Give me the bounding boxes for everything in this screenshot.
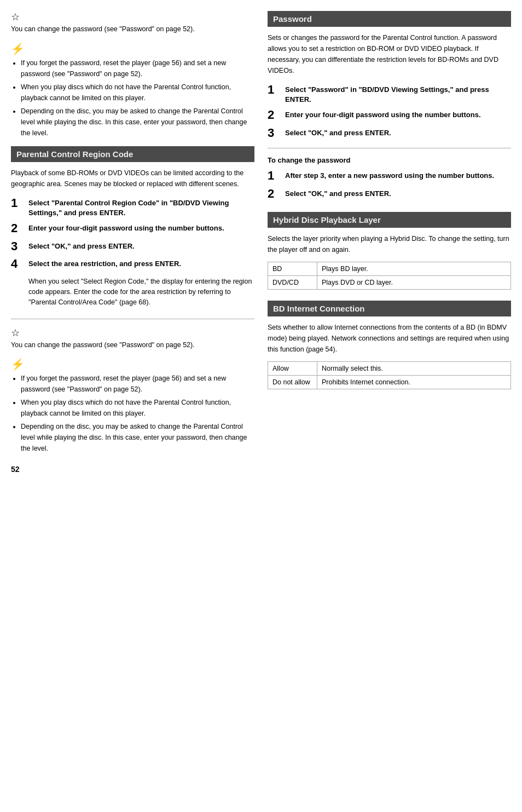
step-text-1: Select "Parental Control Region Code" in… [28,196,254,218]
hybrid-disc-table: BD Plays BD layer. DVD/CD Plays DVD or C… [268,262,511,290]
table-cell-bd-label: BD [268,262,317,275]
top-tip-icon: ☆ [11,11,254,23]
bottom-note-list: If you forget the password, reset the pl… [11,373,254,454]
parental-steps-list: 1 Select "Parental Control Region Code" … [11,196,254,272]
pw-step-text-2: Enter your four-digit password using the… [285,108,481,120]
pw-step-1: 1 Select "Password" in "BD/DVD Viewing S… [268,83,511,105]
bottom-tip-text: You can change the password (see "Passwo… [11,340,254,350]
table-cell-dvdcd-label: DVD/CD [268,275,317,289]
pw-step-text-1: Select "Password" in "BD/DVD Viewing Set… [285,83,511,105]
change-password-title: To change the password [268,156,511,164]
step-3: 3 Select "OK," and press ENTER. [11,239,254,254]
note-item: Depending on the disc, you may be asked … [21,106,254,139]
pw-step-2: 2 Enter your four-digit password using t… [268,108,511,122]
table-cell-allow-label: Allow [268,361,317,375]
parental-control-section: Parental Control Region Code Playback of… [11,146,254,308]
table-cell-allow-value: Normally select this. [317,361,511,375]
pw-step-num-1: 1 [268,83,283,97]
change-step-num-2: 2 [268,187,283,201]
pw-step-text-3: Select "OK," and press ENTER. [285,126,391,138]
bottom-tip-icon: ☆ [11,327,254,339]
bd-internet-section: BD Internet Connection Sets whether to a… [268,301,511,389]
step-text-3: Select "OK," and press ENTER. [28,239,135,251]
note-item: If you forget the password, reset the pl… [21,57,254,79]
top-note-icon: ⚡ [11,42,254,55]
password-header: Password [268,11,511,27]
right-column: Password Sets or changes the password fo… [268,11,511,474]
change-step-num-1: 1 [268,169,283,183]
bottom-note-icon: ⚡ [11,358,254,371]
table-cell-dvdcd-value: Plays DVD or CD layer. [317,275,511,289]
note-item: When you play discs which do not have th… [21,397,254,419]
parental-control-header: Parental Control Region Code [11,146,254,162]
password-steps-list: 1 Select "Password" in "BD/DVD Viewing S… [268,83,511,140]
change-step-text-1: After step 3, enter a new password using… [285,169,494,181]
table-cell-donotallow-value: Prohibits Internet connection. [317,375,511,389]
parental-control-intro: Playback of some BD-ROMs or DVD VIDEOs c… [11,168,254,189]
step-4-subtext: When you select "Select Region Code," th… [28,277,254,307]
table-row: BD Plays BD layer. [268,262,511,275]
step-num-3: 3 [11,239,26,254]
pw-step-num-2: 2 [268,108,283,122]
password-section: Password Sets or changes the password fo… [268,11,511,201]
hybrid-disc-intro: Selects the layer priority when playing … [268,233,511,255]
change-password-steps: 1 After step 3, enter a new password usi… [268,169,511,201]
table-row: Do not allow Prohibits Internet connecti… [268,375,511,389]
bd-internet-table: Allow Normally select this. Do not allow… [268,361,511,389]
note-item: When you play discs which do not have th… [21,82,254,103]
bd-internet-header: BD Internet Connection [268,301,511,316]
top-note-list: If you forget the password, reset the pl… [11,57,254,139]
step-num-1: 1 [11,196,26,210]
bd-internet-intro: Sets whether to allow Internet connectio… [268,322,511,355]
hybrid-disc-header: Hybrid Disc Playback Layer [268,212,511,228]
divider-2 [268,148,511,148]
divider-1 [11,319,254,319]
step-text-4: Select the area restriction, and press E… [28,257,181,269]
pw-step-num-3: 3 [268,126,283,140]
table-cell-donotallow-label: Do not allow [268,375,317,389]
change-step-1: 1 After step 3, enter a new password usi… [268,169,511,183]
step-4: 4 Select the area restriction, and press… [11,257,254,271]
note-item: If you forget the password, reset the pl… [21,373,254,395]
hybrid-disc-section: Hybrid Disc Playback Layer Selects the l… [268,212,511,290]
step-text-2: Enter your four-digit password using the… [28,221,224,233]
note-item: Depending on the disc, you may be asked … [21,421,254,454]
step-1: 1 Select "Parental Control Region Code" … [11,196,254,218]
table-row: DVD/CD Plays DVD or CD layer. [268,275,511,289]
step-2: 2 Enter your four-digit password using t… [11,221,254,235]
left-column: ☆ You can change the password (see "Pass… [11,11,254,474]
top-tip-text: You can change the password (see "Passwo… [11,24,254,34]
change-step-text-2: Select "OK," and press ENTER. [285,187,391,199]
change-step-2: 2 Select "OK," and press ENTER. [268,187,511,201]
table-row: Allow Normally select this. [268,361,511,375]
password-intro: Sets or changes the password for the Par… [268,32,511,76]
page-number: 52 [11,465,254,474]
step-num-2: 2 [11,221,26,235]
table-cell-bd-value: Plays BD layer. [317,262,511,275]
pw-step-3: 3 Select "OK," and press ENTER. [268,126,511,140]
step-num-4: 4 [11,257,26,271]
